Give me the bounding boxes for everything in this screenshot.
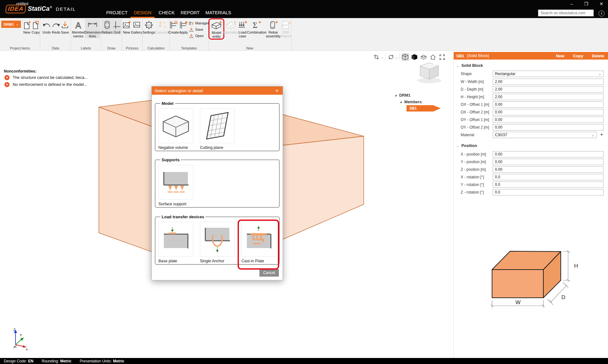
dialog-close-icon[interactable]: ✕ [274, 88, 280, 93]
chevron-down-icon[interactable]: ⌄ [381, 55, 383, 59]
tree-node-members[interactable]: Members [400, 99, 422, 105]
button-label: Settings [143, 30, 155, 34]
y-axis-label: Y [20, 333, 22, 337]
navigation-cube[interactable] [412, 61, 447, 85]
rebars-button[interactable]: Rebars [101, 19, 112, 34]
close-button[interactable]: ✕ [596, 0, 607, 8]
operation-icon [225, 20, 237, 30]
tree-expander-icon[interactable] [400, 101, 402, 103]
cancel-button[interactable]: Cancel [259, 269, 279, 277]
ribbon-group-draw: Rebars Grid Draw [101, 18, 122, 50]
tab-report[interactable]: REPORT [179, 8, 202, 17]
z-position-input[interactable] [493, 166, 604, 173]
option-label: Negative volume [158, 145, 193, 150]
panel-copy-button[interactable]: Copy [573, 54, 583, 58]
ribbon-group-pictures: New Gallery Pictures [122, 18, 143, 50]
rebar-assembly-button[interactable]: Rebar assembly [266, 19, 280, 38]
3d-viewport[interactable]: Nonconformities: ✕ The structure cannot … [0, 51, 454, 358]
ribbon-group-labels: A Member names Dimension lines Labels [71, 18, 101, 50]
viewport-toolbar: ⌄ ⌄ [373, 53, 446, 61]
dialog-title-bar[interactable]: Select subregion or detail ✕ [152, 86, 283, 95]
tab-check[interactable]: CHECK [157, 8, 177, 17]
option-label: Cutting plane [200, 145, 235, 150]
groupbox-title: Load transfer devices [160, 214, 205, 219]
shape-select[interactable]: Rectangular ⌄ [493, 71, 604, 77]
settings-button[interactable]: </> Settings [143, 19, 155, 34]
redo-button[interactable]: Redo [51, 19, 61, 34]
dimension-lines-button[interactable]: Dimension lines [85, 19, 100, 38]
copy-project-item-button[interactable]: Copy [31, 19, 40, 34]
template-apply-button[interactable]: Apply [179, 19, 188, 34]
gallery-button[interactable]: Gallery [131, 19, 142, 34]
section-position[interactable]: ⌄ Position [456, 144, 477, 148]
height-input[interactable] [493, 94, 604, 100]
combination-button[interactable]: Σ Combination [247, 19, 266, 34]
chevron-down-icon: ⌄ [456, 144, 459, 148]
template-open-button[interactable]: Open [188, 33, 209, 39]
template-manager-button[interactable]: Manager [188, 20, 209, 26]
model-entity-button[interactable]: Model entity [210, 19, 223, 39]
shape-value: Rectangular [493, 72, 598, 76]
new-project-item-button[interactable]: New [22, 19, 31, 34]
x-axis-label: X [26, 348, 28, 350]
oy-offset2-input[interactable] [493, 124, 604, 131]
width-input[interactable] [493, 79, 604, 85]
button-label: Rebars [101, 30, 112, 34]
property-label: Z - rotation [°] [461, 189, 492, 195]
z-rotation-input[interactable] [493, 189, 604, 195]
panel-delete-button[interactable]: Delete [592, 54, 604, 58]
select-subregion-dialog: Select subregion or detail ✕ Model [151, 86, 283, 280]
home-view-button[interactable] [429, 53, 437, 61]
orbit-button[interactable] [387, 53, 395, 61]
oy-offset1-input[interactable] [493, 117, 604, 123]
tree-expander-icon[interactable] [395, 94, 397, 96]
section-view-button[interactable] [420, 53, 427, 61]
zoom-extents-button[interactable] [438, 53, 446, 61]
wireframe-cube-icon [402, 54, 408, 60]
minimize-button[interactable]: – [566, 0, 577, 8]
search-input[interactable] [538, 11, 591, 15]
surface-support-option[interactable]: Surface support [158, 165, 193, 206]
x-position-input[interactable] [493, 151, 604, 157]
tree-node-root[interactable]: DRM1 [395, 92, 422, 99]
chevron-down-icon[interactable]: ⌄ [395, 55, 398, 59]
add-material-button[interactable]: + [598, 132, 605, 138]
restore-button[interactable]: ❒ [581, 0, 592, 8]
panel-new-button[interactable]: New [556, 54, 565, 58]
info-icon[interactable]: i [598, 10, 605, 16]
save-button[interactable]: Save [61, 19, 69, 34]
depth-input[interactable] [493, 86, 604, 93]
wireframe-view-button[interactable] [401, 53, 409, 61]
x-rotation-input[interactable] [493, 174, 604, 180]
load-case-button[interactable]: Load case [237, 19, 247, 38]
solid-view-button[interactable] [411, 53, 418, 61]
member-names-button[interactable]: A Member names [72, 19, 85, 38]
search-box[interactable] [538, 10, 594, 16]
button-label: Calculate [155, 30, 170, 34]
tab-materials[interactable]: MATERIALS [203, 8, 233, 17]
y-position-input[interactable] [493, 159, 604, 165]
undo-button[interactable]: Undo [42, 19, 51, 34]
tab-design[interactable]: DESIGN [131, 8, 155, 18]
ox-offset1-input[interactable] [493, 101, 604, 108]
tab-project[interactable]: PROJECT [105, 8, 129, 17]
project-item-selector[interactable]: DRM1 ⌄ [1, 21, 21, 28]
clipping-box-button[interactable] [373, 53, 380, 61]
base-plate-option[interactable]: Base plate [158, 222, 193, 263]
orbit-icon [388, 54, 394, 60]
single-anchor-option[interactable]: Single Anchor [200, 222, 235, 263]
y-rotation-input[interactable] [493, 182, 604, 188]
nonconformity-item[interactable]: ✕ No reinforcement is defined in the mod… [4, 82, 87, 87]
ox-offset2-input[interactable] [493, 109, 604, 115]
template-create-button[interactable]: Create [168, 19, 179, 34]
template-save-button[interactable]: Save [188, 26, 209, 33]
cast-in-plate-option[interactable]: Cast-in Plate [241, 222, 276, 263]
cutting-plane-option[interactable]: Cutting plane [200, 108, 235, 150]
section-solid-block[interactable]: ⌄ Solid Block [456, 63, 483, 68]
material-value: C30/37 [493, 133, 592, 137]
nonconformity-item[interactable]: ✕ The structure cannot be calculated, be… [4, 75, 87, 80]
negative-volume-option[interactable]: Negative volume [158, 108, 193, 150]
new-picture-button[interactable]: New [122, 19, 131, 34]
material-select[interactable]: C30/37 ⌄ [493, 132, 597, 138]
grid-button[interactable]: Grid [112, 19, 121, 34]
